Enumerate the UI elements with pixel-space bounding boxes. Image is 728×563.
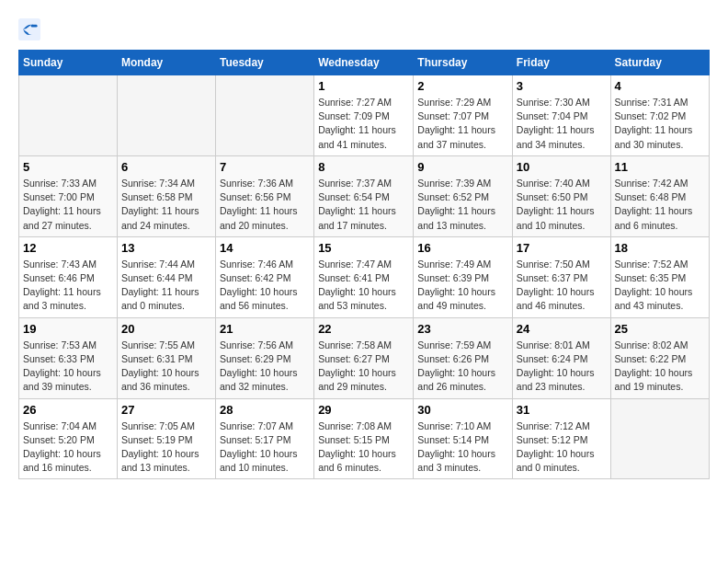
day-number: 20	[121, 322, 211, 336]
calendar-cell: 28Sunrise: 7:07 AM Sunset: 5:17 PM Dayli…	[215, 398, 313, 479]
day-number: 3	[517, 79, 607, 93]
calendar-cell: 13Sunrise: 7:44 AM Sunset: 6:44 PM Dayli…	[117, 236, 215, 317]
calendar-cell: 3Sunrise: 7:30 AM Sunset: 7:04 PM Daylig…	[512, 75, 610, 156]
day-info: Sunrise: 7:08 AM Sunset: 5:15 PM Dayligh…	[318, 419, 409, 476]
calendar-cell	[610, 398, 709, 479]
calendar-cell: 12Sunrise: 7:43 AM Sunset: 6:46 PM Dayli…	[19, 236, 118, 317]
day-number: 22	[318, 322, 409, 336]
day-number: 31	[517, 403, 607, 417]
calendar-cell: 22Sunrise: 7:58 AM Sunset: 6:27 PM Dayli…	[314, 317, 414, 398]
day-info: Sunrise: 7:56 AM Sunset: 6:29 PM Dayligh…	[220, 339, 310, 395]
day-info: Sunrise: 7:31 AM Sunset: 7:02 PM Dayligh…	[615, 96, 705, 152]
day-info: Sunrise: 7:12 AM Sunset: 5:12 PM Dayligh…	[517, 419, 607, 476]
day-number: 18	[615, 241, 705, 255]
day-number: 1	[318, 79, 409, 93]
day-info: Sunrise: 7:05 AM Sunset: 5:19 PM Dayligh…	[121, 419, 211, 476]
day-number: 25	[615, 322, 705, 336]
calendar-cell: 7Sunrise: 7:36 AM Sunset: 6:56 PM Daylig…	[215, 155, 313, 236]
calendar-cell: 15Sunrise: 7:47 AM Sunset: 6:41 PM Dayli…	[314, 236, 414, 317]
calendar-cell: 1Sunrise: 7:27 AM Sunset: 7:09 PM Daylig…	[314, 75, 414, 156]
day-number: 6	[121, 160, 211, 174]
calendar-cell: 25Sunrise: 8:02 AM Sunset: 6:22 PM Dayli…	[610, 317, 709, 398]
day-number: 26	[23, 403, 113, 417]
day-header-thursday: Thursday	[414, 51, 513, 75]
day-number: 29	[318, 403, 409, 417]
calendar-cell: 27Sunrise: 7:05 AM Sunset: 5:19 PM Dayli…	[117, 398, 215, 479]
day-header-wednesday: Wednesday	[314, 51, 414, 75]
calendar-cell: 17Sunrise: 7:50 AM Sunset: 6:37 PM Dayli…	[512, 236, 610, 317]
svg-rect-0	[18, 18, 40, 40]
calendar-cell: 19Sunrise: 7:53 AM Sunset: 6:33 PM Dayli…	[19, 317, 118, 398]
calendar-cell: 16Sunrise: 7:49 AM Sunset: 6:39 PM Dayli…	[414, 236, 513, 317]
day-info: Sunrise: 7:29 AM Sunset: 7:07 PM Dayligh…	[417, 96, 508, 152]
day-info: Sunrise: 7:43 AM Sunset: 6:46 PM Dayligh…	[23, 258, 113, 314]
day-info: Sunrise: 7:40 AM Sunset: 6:50 PM Dayligh…	[517, 177, 607, 233]
day-number: 14	[220, 241, 310, 255]
calendar-cell	[215, 75, 313, 156]
day-info: Sunrise: 7:42 AM Sunset: 6:48 PM Dayligh…	[615, 177, 705, 233]
day-info: Sunrise: 7:34 AM Sunset: 6:58 PM Dayligh…	[121, 177, 211, 233]
logo-icon	[18, 18, 40, 40]
calendar-cell: 10Sunrise: 7:40 AM Sunset: 6:50 PM Dayli…	[512, 155, 610, 236]
calendar-week-row: 1Sunrise: 7:27 AM Sunset: 7:09 PM Daylig…	[19, 75, 710, 156]
day-info: Sunrise: 7:10 AM Sunset: 5:14 PM Dayligh…	[417, 419, 508, 476]
day-info: Sunrise: 7:07 AM Sunset: 5:17 PM Dayligh…	[220, 419, 310, 476]
calendar-cell	[19, 75, 118, 156]
day-number: 19	[23, 322, 113, 336]
header	[18, 18, 710, 40]
calendar-week-row: 12Sunrise: 7:43 AM Sunset: 6:46 PM Dayli…	[19, 236, 710, 317]
calendar-cell: 31Sunrise: 7:12 AM Sunset: 5:12 PM Dayli…	[512, 398, 610, 479]
day-info: Sunrise: 7:44 AM Sunset: 6:44 PM Dayligh…	[121, 258, 211, 314]
day-number: 11	[615, 160, 705, 174]
day-header-saturday: Saturday	[610, 51, 709, 75]
day-number: 16	[417, 241, 508, 255]
day-info: Sunrise: 7:46 AM Sunset: 6:42 PM Dayligh…	[220, 258, 310, 314]
day-number: 30	[417, 403, 508, 417]
day-number: 15	[318, 241, 409, 255]
day-number: 13	[121, 241, 211, 255]
calendar-cell: 8Sunrise: 7:37 AM Sunset: 6:54 PM Daylig…	[314, 155, 414, 236]
day-info: Sunrise: 7:04 AM Sunset: 5:20 PM Dayligh…	[23, 419, 113, 476]
day-number: 8	[318, 160, 409, 174]
calendar-header-row: SundayMondayTuesdayWednesdayThursdayFrid…	[19, 51, 710, 75]
calendar-week-row: 19Sunrise: 7:53 AM Sunset: 6:33 PM Dayli…	[19, 317, 710, 398]
day-info: Sunrise: 7:33 AM Sunset: 7:00 PM Dayligh…	[23, 177, 113, 233]
calendar-cell: 24Sunrise: 8:01 AM Sunset: 6:24 PM Dayli…	[512, 317, 610, 398]
calendar-week-row: 5Sunrise: 7:33 AM Sunset: 7:00 PM Daylig…	[19, 155, 710, 236]
day-header-friday: Friday	[512, 51, 610, 75]
day-number: 5	[23, 160, 113, 174]
logo	[18, 18, 44, 40]
day-info: Sunrise: 7:39 AM Sunset: 6:52 PM Dayligh…	[417, 177, 508, 233]
day-info: Sunrise: 7:58 AM Sunset: 6:27 PM Dayligh…	[318, 339, 409, 395]
day-info: Sunrise: 8:01 AM Sunset: 6:24 PM Dayligh…	[517, 339, 607, 395]
calendar-table: SundayMondayTuesdayWednesdayThursdayFrid…	[18, 50, 710, 479]
day-number: 28	[220, 403, 310, 417]
calendar-cell: 21Sunrise: 7:56 AM Sunset: 6:29 PM Dayli…	[215, 317, 313, 398]
calendar-cell: 4Sunrise: 7:31 AM Sunset: 7:02 PM Daylig…	[610, 75, 709, 156]
day-info: Sunrise: 7:27 AM Sunset: 7:09 PM Dayligh…	[318, 96, 409, 152]
day-info: Sunrise: 7:36 AM Sunset: 6:56 PM Dayligh…	[220, 177, 310, 233]
day-header-sunday: Sunday	[19, 51, 118, 75]
day-header-monday: Monday	[117, 51, 215, 75]
calendar-cell: 20Sunrise: 7:55 AM Sunset: 6:31 PM Dayli…	[117, 317, 215, 398]
day-info: Sunrise: 7:37 AM Sunset: 6:54 PM Dayligh…	[318, 177, 409, 233]
calendar-cell: 9Sunrise: 7:39 AM Sunset: 6:52 PM Daylig…	[414, 155, 513, 236]
calendar-page: SundayMondayTuesdayWednesdayThursdayFrid…	[0, 0, 728, 488]
calendar-cell: 2Sunrise: 7:29 AM Sunset: 7:07 PM Daylig…	[414, 75, 513, 156]
day-number: 27	[121, 403, 211, 417]
day-number: 17	[517, 241, 607, 255]
day-info: Sunrise: 7:30 AM Sunset: 7:04 PM Dayligh…	[517, 96, 607, 152]
calendar-cell: 14Sunrise: 7:46 AM Sunset: 6:42 PM Dayli…	[215, 236, 313, 317]
calendar-cell	[117, 75, 215, 156]
calendar-cell: 23Sunrise: 7:59 AM Sunset: 6:26 PM Dayli…	[414, 317, 513, 398]
day-number: 23	[417, 322, 508, 336]
day-header-tuesday: Tuesday	[215, 51, 313, 75]
day-number: 21	[220, 322, 310, 336]
day-number: 24	[517, 322, 607, 336]
calendar-cell: 11Sunrise: 7:42 AM Sunset: 6:48 PM Dayli…	[610, 155, 709, 236]
day-number: 10	[517, 160, 607, 174]
calendar-cell: 6Sunrise: 7:34 AM Sunset: 6:58 PM Daylig…	[117, 155, 215, 236]
svg-rect-1	[31, 25, 38, 28]
day-info: Sunrise: 8:02 AM Sunset: 6:22 PM Dayligh…	[615, 339, 705, 395]
day-info: Sunrise: 7:47 AM Sunset: 6:41 PM Dayligh…	[318, 258, 409, 314]
